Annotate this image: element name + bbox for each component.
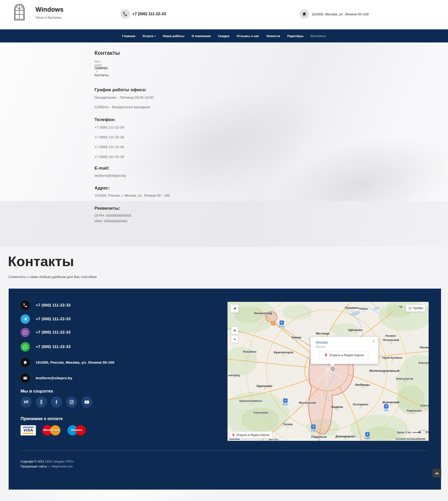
brand-title[interactable]: Windows <box>35 6 64 13</box>
schedule-heading: График работы офиса: <box>95 87 146 92</box>
nav-item[interactable]: Отзывы о нас <box>237 34 259 38</box>
nav-item[interactable]: Наши работы <box>163 34 185 38</box>
airport-marker: ✈ZIA <box>384 404 388 412</box>
contacts-section-title: Контакты <box>8 253 74 269</box>
map-scale: 9 км <box>405 431 420 434</box>
phone-number[interactable]: +7 (000) 111-22-33 <box>95 125 124 129</box>
nav-item[interactable]: Скидки <box>218 34 230 38</box>
address-value: 101000, Россия, г. Москва, ул. Ленина 50… <box>95 193 170 197</box>
map-city-label: Подольск <box>311 435 326 438</box>
odnoklassniki-icon[interactable] <box>36 396 47 408</box>
airport-code: OSF <box>311 429 316 432</box>
map-city-label: Краснознаменск <box>240 399 262 403</box>
footer-whatsapp-row[interactable]: +7 (000) 111-22-33 <box>20 342 71 351</box>
phone-icon <box>20 301 30 310</box>
header-phone[interactable]: +7 (000) 111-22-33 <box>132 12 166 16</box>
instagram-icon[interactable] <box>66 396 77 408</box>
footer-divider <box>20 450 429 451</box>
footer-phone-row[interactable]: +7 (000) 111-22-33 <box>20 301 71 310</box>
site-header: Windows Окна и балконы +7 (000) 111-22-3… <box>0 0 448 29</box>
yandex-map[interactable]: ЗеленоградЛобняПушкиноЧеМытищиЩёлковоЛос… <box>227 302 429 441</box>
header-address: 101000, Москва, ул. Ленина 50-100 <box>311 12 369 16</box>
page-background-mid <box>0 201 448 247</box>
map-city-label: Люберцы <box>355 383 370 387</box>
breadcrumb-home[interactable]: Главная <box>95 66 107 69</box>
footer-telegram-row[interactable]: +7 (000) 111-22-33 <box>20 314 71 324</box>
footer-address-row: 101000, Россия, Москва, ул. Ленина 50-10… <box>20 358 114 367</box>
open-in-yandex-label: Открыть в Яндекс.Картах <box>329 354 364 357</box>
whatsapp-icon <box>20 342 30 351</box>
nav-item[interactable]: Услуги <box>143 34 156 38</box>
phone-number[interactable]: +7 (000) 111-22-33 <box>95 145 124 149</box>
requisites-heading: Реквизиты: <box>95 206 120 211</box>
map-city-label: Электроугли <box>396 377 413 380</box>
mastercard-logo: MasterCard <box>42 424 61 437</box>
phone-number[interactable]: +7 (000) 111-22-33 <box>95 155 124 159</box>
chevron-up-icon <box>435 472 439 476</box>
phone-number[interactable]: +7 (000) 111-22-33 <box>95 135 124 139</box>
map-city-label: Зеленоград <box>254 311 272 315</box>
home-icon <box>300 9 309 19</box>
schedule-line: Суббота – Воскресенье выходные <box>95 105 150 109</box>
phone-icon <box>120 9 130 19</box>
nav-item[interactable]: Парнтёры <box>287 34 303 38</box>
social-heading: Мы в соцсетях <box>20 389 53 394</box>
plane-icon: ✈ <box>384 404 388 409</box>
nav-item[interactable]: Контакты <box>311 34 326 38</box>
scroll-to-top-button[interactable] <box>432 469 441 477</box>
close-icon[interactable]: ✕ <box>372 339 375 344</box>
map-city-label: Домодедово <box>336 435 355 438</box>
parking-badge-icon: P <box>271 321 275 325</box>
map-city-label: Одинцово <box>256 384 272 388</box>
map-city-label: тарая Купавна <box>382 356 402 360</box>
scale-line <box>412 432 420 433</box>
facebook-icon[interactable]: f <box>51 396 62 408</box>
email-icon <box>20 374 30 383</box>
geolocation-button[interactable] <box>231 305 239 313</box>
map-city-label: Жуковский <box>382 400 399 404</box>
popup-country: Россия <box>316 345 373 348</box>
map-popup: Москва Россия ✕ Открыть в Яндекс.Картах <box>311 337 378 364</box>
nav-item[interactable]: Новости <box>267 34 280 38</box>
open-in-yandex-bottom-button[interactable]: Открыть в Яндекс.Картах <box>229 432 272 438</box>
footer-viber-value: +7 (000) 111-22-33 <box>36 330 71 335</box>
window-logo-icon[interactable] <box>14 3 25 22</box>
maestro-logo: Maestro <box>67 424 86 437</box>
map-city-label: Мытищи <box>316 332 329 335</box>
vk-icon[interactable]: VK <box>20 396 32 408</box>
footer-phone-value: +7 (000) 111-22-33 <box>36 303 71 308</box>
zoom-out-button[interactable]: − <box>231 336 238 343</box>
map-city-label: Красногорск <box>274 351 293 354</box>
nav-item[interactable]: О компании <box>192 34 211 38</box>
map-city-label: Московский <box>299 401 316 405</box>
footer-viber-row[interactable]: +7 (000) 111-22-33 <box>20 328 71 337</box>
phones-heading: Телефон: <box>95 117 116 122</box>
copyright-developer-link[interactable]: WayGrand.com <box>51 465 73 468</box>
copyright-company-link[interactable]: ООО «Индекс ПРО» <box>45 460 74 463</box>
ruler-icon[interactable] <box>421 430 426 433</box>
ogrn-value: ОГРН: 0000000000000 <box>95 213 131 217</box>
map-city-label: Брон <box>397 431 404 434</box>
map-city-label: Пушкино <box>345 306 359 310</box>
zoom-in-button[interactable]: + <box>231 327 238 334</box>
plane-icon: ✈ <box>279 320 284 325</box>
viber-icon <box>20 328 30 337</box>
map-city-label: Че <box>399 305 402 309</box>
map-city-label: Раменское <box>407 409 422 412</box>
footer-whatsapp-value: +7 (000) 111-22-33 <box>36 344 71 349</box>
youtube-icon[interactable] <box>81 396 92 408</box>
airport-marker: ✈OSF <box>311 424 316 432</box>
popup-city-link[interactable]: Москва <box>316 340 373 344</box>
brand-subtitle: Окна и балконы <box>35 16 61 19</box>
terms-link[interactable]: Условия использования <box>396 437 425 440</box>
telegram-icon <box>20 314 30 324</box>
home-icon <box>20 358 30 367</box>
traffic-button[interactable]: Пробки <box>406 305 426 312</box>
airport-code: SVO <box>279 325 285 328</box>
open-in-yandex-button[interactable]: Открыть в Яндекс.Картах <box>320 351 369 359</box>
footer-email-row[interactable]: testform@sitepro.by <box>20 374 72 383</box>
payments-heading: Принимае к оплате <box>20 416 63 421</box>
copyright: Copyright © 2021 ООО «Индекс ПРО» Продаю… <box>20 459 74 469</box>
email-value[interactable]: testform@sitepro.by <box>95 173 126 177</box>
nav-item[interactable]: Главная <box>122 34 135 38</box>
